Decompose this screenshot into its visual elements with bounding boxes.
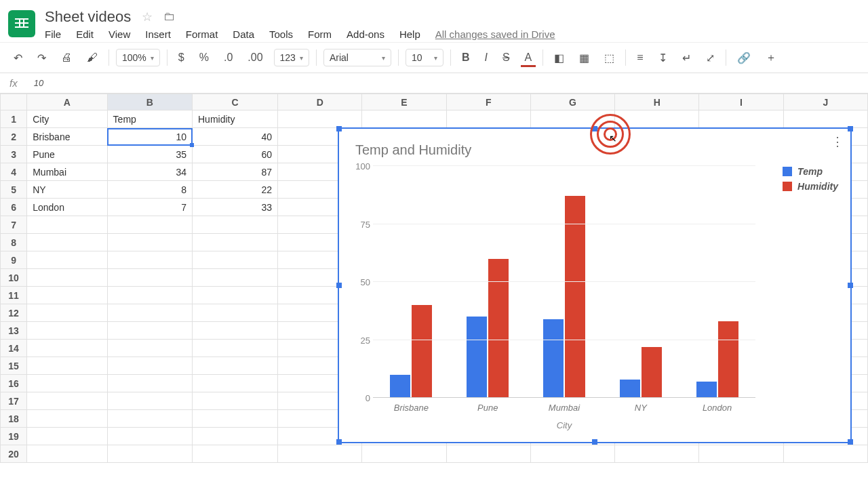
cell[interactable]: 10 <box>107 128 192 146</box>
cell[interactable] <box>27 216 107 234</box>
row-header[interactable]: 20 <box>1 445 27 463</box>
formula-bar-value[interactable]: 10 <box>34 78 43 88</box>
bold-button[interactable]: B <box>458 49 474 66</box>
font-size-dropdown[interactable]: 10▾ <box>406 49 443 66</box>
cell[interactable]: NY <box>27 181 107 199</box>
cell[interactable] <box>783 110 867 128</box>
cell[interactable]: 34 <box>107 163 192 181</box>
cell[interactable]: 22 <box>193 181 278 199</box>
cell[interactable]: Humidity <box>193 110 278 128</box>
row-header[interactable]: 10 <box>1 269 27 287</box>
cell[interactable] <box>278 110 362 128</box>
cell[interactable] <box>107 269 192 287</box>
row-header[interactable]: 2 <box>1 128 27 146</box>
cell[interactable]: London <box>27 199 107 216</box>
cell[interactable] <box>27 251 107 269</box>
cell[interactable]: 33 <box>193 199 278 216</box>
row-header[interactable]: 8 <box>1 234 27 251</box>
menu-addons[interactable]: Add-ons <box>347 28 384 40</box>
cell[interactable] <box>193 269 278 287</box>
vertical-align-icon[interactable]: ↧ <box>654 49 671 67</box>
resize-handle[interactable] <box>592 439 597 445</box>
insert-link-icon[interactable]: 🔗 <box>733 49 755 67</box>
row-header[interactable]: 18 <box>1 410 27 428</box>
cell[interactable]: City <box>27 110 107 128</box>
cell[interactable] <box>446 110 530 128</box>
resize-handle[interactable] <box>336 126 342 131</box>
cell[interactable] <box>107 445 192 463</box>
cell[interactable] <box>107 410 192 428</box>
cell[interactable]: 8 <box>107 181 192 199</box>
cell[interactable]: 35 <box>107 146 192 163</box>
menu-data[interactable]: Data <box>233 28 254 40</box>
cell[interactable] <box>27 287 107 304</box>
resize-handle[interactable] <box>848 439 853 445</box>
cell[interactable]: Mumbai <box>27 163 107 181</box>
cell[interactable] <box>446 445 530 463</box>
paint-format-icon[interactable]: 🖌 <box>83 49 102 66</box>
cell[interactable] <box>27 357 107 375</box>
print-icon[interactable]: 🖨 <box>57 49 76 66</box>
cell[interactable] <box>783 445 867 463</box>
cell[interactable] <box>278 445 362 463</box>
undo-icon[interactable]: ↶ <box>9 49 26 67</box>
cell[interactable]: 7 <box>107 199 192 216</box>
document-title[interactable]: Sheet videos <box>45 8 131 26</box>
cell[interactable] <box>27 269 107 287</box>
cell[interactable] <box>27 234 107 251</box>
cell[interactable] <box>107 428 192 445</box>
cell[interactable] <box>193 428 278 445</box>
cell[interactable] <box>107 287 192 304</box>
resize-handle[interactable] <box>848 126 853 131</box>
zoom-dropdown[interactable]: 100%▾ <box>116 49 160 66</box>
cell[interactable] <box>362 110 446 128</box>
row-header[interactable]: 13 <box>1 322 27 340</box>
cell[interactable] <box>107 322 192 340</box>
column-header[interactable]: E <box>362 94 446 110</box>
star-icon[interactable]: ☆ <box>142 9 153 24</box>
cell[interactable] <box>699 110 783 128</box>
row-header[interactable]: 6 <box>1 199 27 216</box>
cell[interactable] <box>27 428 107 445</box>
menu-edit[interactable]: Edit <box>76 28 94 40</box>
row-header[interactable]: 16 <box>1 375 27 392</box>
cell[interactable] <box>107 340 192 357</box>
increase-decimal-button[interactable]: .00 <box>243 49 267 66</box>
cell[interactable] <box>27 410 107 428</box>
cell[interactable]: Pune <box>27 146 107 163</box>
row-header[interactable]: 12 <box>1 304 27 322</box>
chart-options-icon[interactable]: ⋮ <box>831 134 844 149</box>
menu-tools[interactable]: Tools <box>269 28 293 40</box>
menu-help[interactable]: Help <box>399 28 420 40</box>
text-rotation-icon[interactable]: ⤢ <box>702 49 719 67</box>
row-header[interactable]: 17 <box>1 392 27 410</box>
row-header[interactable]: 15 <box>1 357 27 375</box>
cell[interactable] <box>362 445 446 463</box>
column-header[interactable]: H <box>615 94 699 110</box>
font-family-dropdown[interactable]: Arial▾ <box>323 49 391 66</box>
decrease-decimal-button[interactable]: .0 <box>220 49 237 66</box>
resize-handle[interactable] <box>336 283 342 288</box>
cell[interactable] <box>27 340 107 357</box>
cell[interactable] <box>193 304 278 322</box>
cell[interactable]: 60 <box>193 146 278 163</box>
row-header[interactable]: 4 <box>1 163 27 181</box>
move-to-folder-icon[interactable]: 🗀 <box>163 9 176 24</box>
cell[interactable] <box>27 322 107 340</box>
cell[interactable] <box>193 445 278 463</box>
menu-insert[interactable]: Insert <box>145 28 171 40</box>
italic-button[interactable]: I <box>480 49 491 66</box>
cell[interactable] <box>107 392 192 410</box>
cell[interactable] <box>107 251 192 269</box>
menu-format[interactable]: Format <box>186 28 218 40</box>
menu-form[interactable]: Form <box>308 28 332 40</box>
row-header[interactable]: 1 <box>1 110 27 128</box>
horizontal-align-icon[interactable]: ≡ <box>633 49 647 66</box>
borders-icon[interactable]: ▦ <box>575 49 593 67</box>
cell[interactable] <box>193 234 278 251</box>
cell[interactable] <box>107 216 192 234</box>
resize-handle[interactable] <box>592 126 597 131</box>
cell[interactable] <box>193 392 278 410</box>
cell[interactable] <box>193 322 278 340</box>
cell[interactable] <box>193 216 278 234</box>
